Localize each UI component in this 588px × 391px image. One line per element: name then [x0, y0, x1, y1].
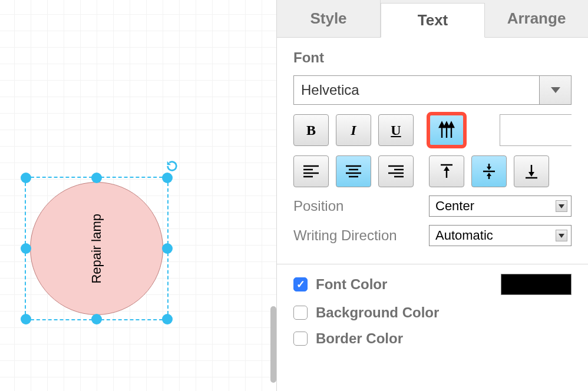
resize-handle-se[interactable] [162, 314, 173, 324]
valign-bottom-icon [524, 163, 539, 180]
font-color-swatch[interactable] [501, 274, 572, 295]
position-label: Position [293, 198, 429, 214]
align-right-button[interactable] [378, 155, 414, 187]
resize-handle-ne[interactable] [162, 173, 173, 183]
writing-direction-label: Writing Direction [293, 227, 429, 244]
font-family-select[interactable]: Helvetica [293, 75, 540, 105]
canvas-scrollbar[interactable] [270, 306, 276, 383]
shape-ellipse[interactable]: Repair lamp [30, 182, 163, 315]
resize-handle-w[interactable] [21, 243, 31, 254]
svg-marker-5 [449, 122, 454, 127]
vertical-text-icon [437, 120, 457, 140]
align-left-icon [302, 164, 320, 178]
valign-top-button[interactable] [429, 155, 464, 187]
font-size-input[interactable] [500, 115, 588, 145]
resize-handle-nw[interactable] [21, 173, 31, 183]
svg-marker-23 [487, 167, 491, 170]
position-select[interactable]: Center [429, 196, 572, 217]
canvas-grid [0, 0, 276, 391]
svg-marker-25 [487, 173, 491, 176]
valign-bottom-button[interactable] [514, 155, 549, 187]
font-color-checkbox[interactable] [293, 277, 308, 291]
svg-marker-3 [444, 122, 449, 127]
format-panel: Style Text Arrange Font Helvetica B I U [276, 0, 588, 391]
writing-direction-select[interactable]: Automatic [429, 225, 572, 246]
italic-button[interactable]: I [336, 114, 371, 146]
shape-label[interactable]: Repair lamp [89, 214, 104, 284]
resize-handle-s[interactable] [91, 314, 102, 324]
vertical-text-button[interactable] [429, 114, 464, 146]
font-family-dropdown-button[interactable] [540, 75, 572, 105]
resize-handle-sw[interactable] [21, 314, 31, 324]
font-size-stepper[interactable]: pt ▲ ▼ [500, 114, 572, 146]
underline-button[interactable]: U [378, 114, 414, 146]
align-center-button[interactable] [336, 155, 371, 187]
svg-marker-1 [440, 122, 444, 127]
valign-middle-button[interactable] [471, 155, 507, 187]
rotate-handle[interactable] [165, 159, 179, 173]
border-color-checkbox[interactable] [293, 332, 308, 346]
align-right-icon [387, 164, 405, 178]
tab-text[interactable]: Text [381, 3, 485, 38]
chevron-down-icon [551, 87, 560, 93]
position-value: Center [435, 198, 474, 214]
font-color-label: Font Color [316, 276, 387, 293]
resize-handle-e[interactable] [162, 243, 173, 254]
font-family-value: Helvetica [301, 82, 359, 98]
tab-style[interactable]: Style [277, 0, 381, 37]
background-color-checkbox[interactable] [293, 306, 308, 320]
font-heading: Font [293, 49, 572, 66]
valign-top-icon [439, 163, 454, 180]
panel-tabs: Style Text Arrange [277, 0, 588, 38]
align-center-icon [345, 164, 362, 178]
align-left-button[interactable] [293, 155, 329, 187]
canvas[interactable]: Repair lamp [0, 0, 276, 391]
bold-button[interactable]: B [293, 114, 329, 146]
border-color-label: Border Color [316, 330, 403, 347]
tab-arrange[interactable]: Arrange [485, 0, 588, 37]
valign-middle-icon [481, 163, 497, 180]
svg-marker-28 [528, 172, 534, 177]
background-color-label: Background Color [316, 304, 439, 321]
writing-direction-value: Automatic [435, 228, 493, 243]
svg-marker-20 [444, 166, 450, 171]
chevron-down-icon [556, 200, 567, 212]
chevron-down-icon [556, 230, 567, 241]
resize-handle-n[interactable] [91, 173, 102, 183]
